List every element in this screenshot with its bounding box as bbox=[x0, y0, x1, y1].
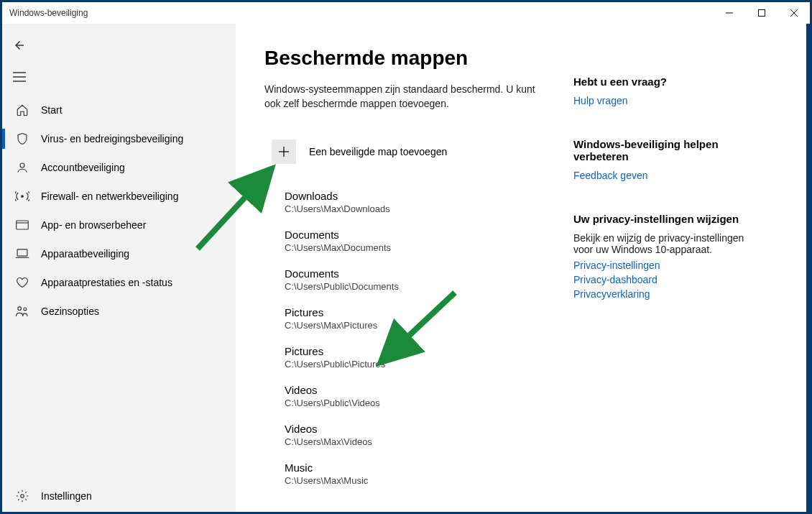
antenna-icon bbox=[14, 191, 31, 202]
privacy-settings-link[interactable]: Privacy-instellingen bbox=[573, 260, 760, 271]
right-column: Hebt u een vraag? Hulp vragen Windows-be… bbox=[573, 47, 775, 512]
folder-item[interactable]: DocumentsC:\Users\Public\Documents bbox=[285, 267, 573, 292]
folder-item[interactable]: PicturesC:\Users\Max\Pictures bbox=[285, 306, 573, 331]
add-folder-label: Een beveiligde map toevoegen bbox=[309, 146, 447, 157]
svg-rect-9 bbox=[17, 221, 29, 229]
page-subtitle: Windows-systeemmappen zijn standaard bes… bbox=[264, 83, 552, 111]
sidebar-item-device[interactable]: Apparaatbeveiliging bbox=[2, 239, 236, 268]
feedback-link[interactable]: Feedback geven bbox=[573, 170, 760, 181]
folder-name: Documents bbox=[285, 267, 573, 280]
folder-name: Music bbox=[285, 462, 573, 474]
folder-path: C:\Users\Public\Documents bbox=[285, 281, 573, 292]
sidebar-item-label: Firewall- en netwerkbeveiliging bbox=[41, 191, 178, 202]
privacy-section: Uw privacy-instellingen wijzigen Bekijk … bbox=[573, 213, 760, 300]
sidebar-item-health[interactable]: Apparaatprestaties en -status bbox=[2, 268, 236, 297]
folder-path: C:\Users\Public\Pictures bbox=[285, 359, 573, 370]
folder-item[interactable]: PicturesC:\Users\Public\Pictures bbox=[285, 345, 573, 370]
add-folder-row[interactable]: Een beveiligde map toevoegen bbox=[264, 139, 573, 164]
plus-icon bbox=[272, 139, 296, 164]
svg-point-15 bbox=[21, 495, 24, 498]
heart-icon bbox=[14, 277, 31, 288]
maximize-button[interactable] bbox=[745, 2, 778, 24]
folder-name: Pictures bbox=[285, 306, 573, 318]
folder-item[interactable]: VideosC:\Users\Public\Videos bbox=[285, 384, 573, 408]
sidebar-item-label: Start bbox=[41, 104, 63, 116]
folder-item[interactable]: DownloadsC:\Users\Max\Downloads bbox=[285, 190, 573, 214]
folder-name: Downloads bbox=[285, 190, 573, 202]
folder-path: C:\Users\Max\Pictures bbox=[285, 320, 573, 331]
sidebar-item-label: Instellingen bbox=[41, 490, 92, 502]
folder-item[interactable]: VideosC:\Users\Max\Videos bbox=[285, 423, 573, 447]
person-icon bbox=[14, 161, 31, 174]
sidebar-item-virus[interactable]: Virus- en bedreigingsbeveiliging bbox=[2, 124, 236, 153]
titlebar: Windows-beveiliging bbox=[2, 2, 810, 24]
help-title: Hebt u een vraag? bbox=[573, 75, 760, 88]
folder-path: C:\Users\Public\Videos bbox=[285, 398, 573, 408]
app-icon bbox=[14, 220, 31, 230]
folder-item[interactable]: DocumentsC:\Users\Max\Documents bbox=[285, 229, 573, 253]
sidebar-item-settings[interactable]: Instellingen bbox=[2, 480, 236, 512]
svg-point-13 bbox=[18, 307, 22, 311]
help-section: Hebt u een vraag? Hulp vragen bbox=[573, 75, 760, 106]
folder-name: Videos bbox=[285, 384, 573, 396]
shield-icon bbox=[14, 132, 31, 145]
folder-path: C:\Users\Max\Videos bbox=[285, 436, 573, 447]
sidebar-item-appbrowser[interactable]: App- en browserbeheer bbox=[2, 211, 236, 239]
svg-point-14 bbox=[24, 308, 27, 311]
family-icon bbox=[14, 306, 31, 317]
svg-rect-11 bbox=[17, 249, 27, 256]
improve-section: Windows-beveiliging helpen verbeteren Fe… bbox=[573, 138, 760, 181]
improve-title: Windows-beveiliging helpen verbeteren bbox=[573, 138, 760, 162]
sidebar-item-label: App- en browserbeheer bbox=[41, 219, 146, 231]
close-button[interactable] bbox=[778, 2, 810, 24]
gear-icon bbox=[14, 490, 31, 502]
svg-rect-1 bbox=[758, 10, 765, 17]
sidebar-item-label: Apparaatbeveiliging bbox=[41, 248, 129, 260]
sidebar-item-label: Virus- en bedreigingsbeveiliging bbox=[41, 133, 183, 144]
folder-path: C:\Users\Max\Documents bbox=[285, 242, 573, 253]
minimize-button[interactable] bbox=[713, 2, 745, 24]
folder-name: Documents bbox=[285, 229, 573, 241]
sidebar-item-label: Gezinsopties bbox=[41, 306, 99, 317]
back-button[interactable] bbox=[2, 31, 37, 60]
folder-path: C:\Users\Max\Music bbox=[285, 475, 573, 486]
home-icon bbox=[14, 104, 31, 116]
privacy-title: Uw privacy-instellingen wijzigen bbox=[573, 213, 760, 225]
privacy-dashboard-link[interactable]: Privacy-dashboard bbox=[573, 274, 760, 285]
sidebar: Start Virus- en bedreigingsbeveiliging A… bbox=[2, 24, 236, 512]
folder-path: C:\Users\Max\Downloads bbox=[285, 203, 573, 214]
privacy-statement-link[interactable]: Privacyverklaring bbox=[573, 288, 760, 300]
nav-list: Start Virus- en bedreigingsbeveiliging A… bbox=[2, 96, 236, 480]
laptop-icon bbox=[14, 249, 31, 259]
sidebar-item-family[interactable]: Gezinsopties bbox=[2, 297, 236, 326]
privacy-text: Bekijk en wijzig de privacy-instellingen… bbox=[573, 232, 760, 255]
folder-item[interactable]: MusicC:\Users\Max\Music bbox=[285, 462, 573, 486]
svg-point-7 bbox=[20, 163, 24, 167]
svg-point-8 bbox=[22, 196, 24, 198]
sidebar-item-label: Accountbeveiliging bbox=[41, 162, 125, 173]
folder-name: Pictures bbox=[285, 345, 573, 357]
folder-name: Videos bbox=[285, 423, 573, 435]
sidebar-item-start[interactable]: Start bbox=[2, 96, 236, 124]
sidebar-item-label: Apparaatprestaties en -status bbox=[41, 277, 172, 288]
help-link[interactable]: Hulp vragen bbox=[573, 95, 760, 106]
page-title: Beschermde mappen bbox=[264, 47, 573, 70]
sidebar-item-firewall[interactable]: Firewall- en netwerkbeveiliging bbox=[2, 182, 236, 211]
folder-list: DownloadsC:\Users\Max\DownloadsDocuments… bbox=[264, 190, 573, 486]
scroll-indicator[interactable] bbox=[806, 24, 810, 512]
sidebar-item-account[interactable]: Accountbeveiliging bbox=[2, 153, 236, 182]
hamburger-button[interactable] bbox=[2, 63, 37, 91]
window-title: Windows-beveiliging bbox=[9, 8, 88, 18]
main-area: Beschermde mappen Windows-systeemmappen … bbox=[236, 24, 810, 512]
